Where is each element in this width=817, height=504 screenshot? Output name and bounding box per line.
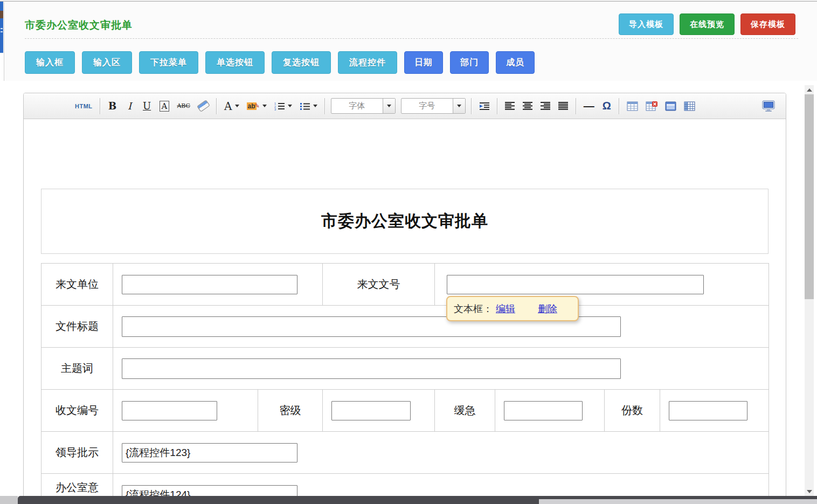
table-properties-icon xyxy=(665,101,676,111)
field-label-doc-title: 文件标题 xyxy=(41,306,113,348)
font-size-select[interactable]: 字号 xyxy=(401,98,466,114)
secrecy-level-input[interactable] xyxy=(331,401,411,420)
fullscreen-button[interactable] xyxy=(760,98,777,114)
form-title: 市委办公室收文审批单 xyxy=(321,210,488,232)
align-center-button[interactable] xyxy=(521,98,535,114)
approval-form-table: 来文单位 来文文号 文件标题 主题词 xyxy=(41,263,769,504)
highlight-color-button[interactable]: ab ✎ xyxy=(245,98,268,114)
cell-properties-button[interactable] xyxy=(682,98,697,114)
widget-button-department[interactable]: 部门 xyxy=(450,51,489,74)
chevron-down-icon xyxy=(387,105,391,107)
editor-toolbar: HTML B I U A ABC A ab ✎ 1 2 3 xyxy=(24,93,786,119)
cell-source-unit xyxy=(113,264,323,306)
textbox-context-tooltip: 文本框： 编辑 删除 xyxy=(446,296,579,321)
widget-button-input-box[interactable]: 输入框 xyxy=(25,51,75,74)
tooltip-label: 文本框： xyxy=(454,302,493,315)
urgency-input[interactable] xyxy=(504,401,583,420)
receipt-number-input[interactable] xyxy=(122,401,217,420)
horizontal-rule-button[interactable]: — xyxy=(582,98,596,114)
align-justify-icon xyxy=(558,102,569,110)
font-family-select[interactable]: 字体 xyxy=(331,98,396,114)
leader-comments-input[interactable] xyxy=(122,443,297,462)
strikethrough-icon: ABC xyxy=(177,102,190,109)
scrollbar-down-button[interactable] xyxy=(805,487,814,496)
font-color-button[interactable]: A xyxy=(223,98,240,114)
strikethrough-button[interactable]: ABC xyxy=(175,98,192,114)
unordered-list-icon xyxy=(300,102,310,111)
toolbar-separator xyxy=(576,98,577,114)
toolbar-separator xyxy=(471,98,472,114)
italic-button[interactable]: I xyxy=(123,98,136,114)
insert-table-button[interactable] xyxy=(625,98,640,114)
field-label-subject-words: 主题词 xyxy=(41,348,113,390)
font-size-value: 字号 xyxy=(401,99,453,113)
delete-table-icon xyxy=(646,101,657,111)
widget-button-checkbox[interactable]: 复选按钮 xyxy=(272,51,331,74)
html-source-button[interactable]: HTML xyxy=(73,98,94,114)
widget-button-date[interactable]: 日期 xyxy=(404,51,443,74)
unordered-list-button[interactable] xyxy=(298,98,319,114)
save-template-button[interactable]: 保存模板 xyxy=(740,13,795,35)
vertical-scrollbar[interactable] xyxy=(805,85,814,504)
cell-receipt-number xyxy=(113,390,258,432)
font-attribute-button[interactable]: A xyxy=(158,98,171,114)
underline-button[interactable]: U xyxy=(141,98,154,114)
copies-input[interactable] xyxy=(669,401,747,420)
table-row: 主题词 xyxy=(41,348,769,390)
dashed-divider xyxy=(25,38,798,39)
underline-icon: U xyxy=(143,100,151,112)
editor-document[interactable]: 市委办公室收文审批单 来文单位 来文文号 文件标题 xyxy=(24,119,786,504)
cell-properties-icon xyxy=(684,101,695,111)
background-window-corner xyxy=(0,496,18,504)
widget-button-dropdown[interactable]: 下拉菜单 xyxy=(139,51,198,74)
tooltip-edit-link[interactable]: 编辑 xyxy=(496,302,515,315)
import-template-button[interactable]: 导入模板 xyxy=(619,13,674,35)
page-title: 市委办公室收文审批单 xyxy=(25,18,133,32)
widget-button-textarea[interactable]: 输入区 xyxy=(82,51,132,74)
delete-table-button[interactable] xyxy=(644,98,659,114)
field-label-source-unit: 来文单位 xyxy=(41,264,113,306)
scroll-down-icon xyxy=(807,490,812,493)
widget-button-member[interactable]: 成员 xyxy=(496,51,535,74)
font-color-icon: A xyxy=(224,100,232,113)
widget-button-flow-control[interactable]: 流程控件 xyxy=(338,51,397,74)
cell-subject-words xyxy=(113,348,769,390)
toolbar-separator xyxy=(497,98,498,114)
table-properties-button[interactable] xyxy=(663,98,678,114)
table-row: 收文编号 密级 缓急 份数 xyxy=(41,390,769,432)
align-left-button[interactable] xyxy=(503,98,517,114)
table-row: 来文单位 来文文号 xyxy=(41,264,769,306)
field-label-secrecy-level: 密级 xyxy=(258,390,323,432)
ordered-list-button[interactable]: 1 2 3 xyxy=(273,98,294,114)
remove-format-button[interactable] xyxy=(196,98,211,114)
field-label-receipt-number: 收文编号 xyxy=(41,390,113,432)
pencil-icon: ✎ xyxy=(255,102,260,109)
align-right-button[interactable] xyxy=(539,98,552,114)
tooltip-delete-link[interactable]: 删除 xyxy=(538,302,557,315)
bold-button[interactable]: B xyxy=(106,98,119,114)
html-source-icon: HTML xyxy=(75,103,93,109)
toolbar-separator xyxy=(619,98,620,114)
scrollbar-thumb[interactable] xyxy=(805,94,814,299)
eraser-icon xyxy=(197,100,210,112)
background-window-icon-fragment xyxy=(0,11,3,18)
doc-number-input[interactable] xyxy=(447,275,704,294)
ordered-list-icon: 1 2 3 xyxy=(274,102,285,111)
scrollbar-up-button[interactable] xyxy=(805,85,814,94)
online-preview-button[interactable]: 在线预览 xyxy=(680,13,735,35)
font-family-dropdown-arrow[interactable] xyxy=(383,99,395,113)
font-attribute-icon: A xyxy=(160,101,170,112)
font-family-value: 字体 xyxy=(331,99,383,113)
indent-button[interactable] xyxy=(477,98,491,114)
widget-button-radio[interactable]: 单选按钮 xyxy=(205,51,265,74)
font-size-dropdown-arrow[interactable] xyxy=(453,99,465,113)
indent-icon xyxy=(479,102,490,111)
subject-words-input[interactable] xyxy=(122,358,621,379)
field-label-urgency: 缓急 xyxy=(435,390,495,432)
chevron-down-icon xyxy=(262,105,267,107)
special-character-button[interactable]: Ω xyxy=(600,98,613,114)
table-row: 领导批示 xyxy=(41,432,769,474)
align-justify-button[interactable] xyxy=(557,98,570,114)
source-unit-input[interactable] xyxy=(122,275,297,294)
header-actions: 导入模板 在线预览 保存模板 xyxy=(619,13,795,35)
